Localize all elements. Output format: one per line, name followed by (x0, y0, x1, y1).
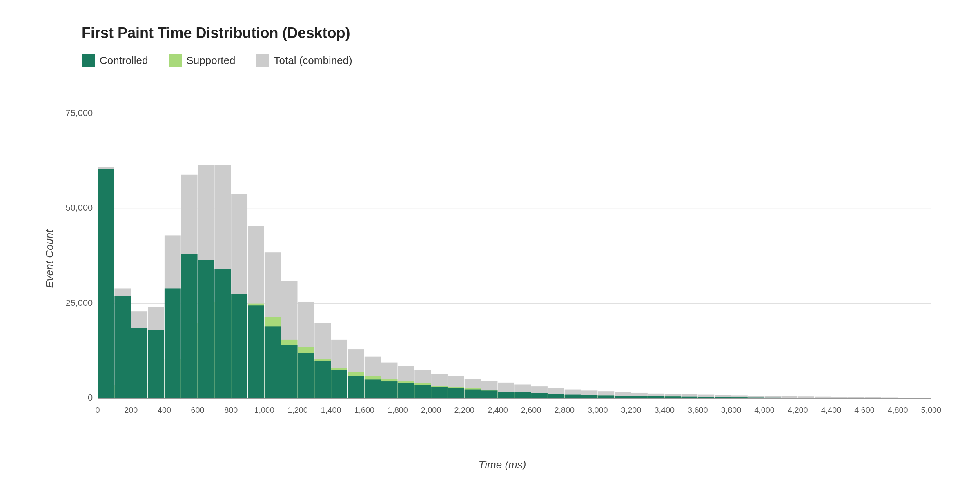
svg-rect-70 (431, 387, 448, 399)
svg-rect-40 (265, 326, 281, 399)
chart-legend: Controlled Supported Total (combined) (82, 54, 947, 67)
svg-text:800: 800 (224, 405, 238, 414)
svg-rect-49 (314, 361, 331, 399)
svg-text:4,000: 4,000 (754, 405, 775, 414)
svg-text:4,200: 4,200 (788, 405, 808, 414)
svg-text:2,200: 2,200 (454, 405, 474, 414)
svg-text:600: 600 (191, 405, 205, 414)
main-chart-svg: 025,00050,00075,00002004006008001,0001,2… (57, 83, 947, 434)
svg-rect-67 (414, 385, 431, 399)
legend-swatch-supported (169, 54, 182, 67)
legend-label-supported: Supported (187, 54, 236, 67)
svg-rect-91 (548, 394, 564, 399)
svg-text:1,000: 1,000 (254, 405, 275, 414)
svg-rect-16 (131, 328, 147, 399)
legend-label-total: Total (combined) (274, 54, 352, 67)
svg-rect-19 (148, 330, 164, 399)
svg-rect-61 (381, 381, 398, 399)
svg-text:400: 400 (158, 405, 171, 414)
svg-rect-109 (648, 396, 664, 399)
svg-text:3,000: 3,000 (588, 405, 608, 414)
svg-text:75,000: 75,000 (66, 108, 93, 118)
svg-rect-103 (615, 396, 631, 399)
svg-rect-94 (565, 395, 581, 399)
svg-text:2,400: 2,400 (488, 405, 508, 414)
svg-text:4,800: 4,800 (888, 405, 908, 414)
svg-rect-64 (398, 383, 414, 399)
svg-text:1,400: 1,400 (321, 405, 341, 414)
svg-rect-46 (298, 353, 314, 398)
svg-rect-10 (98, 169, 114, 399)
svg-text:5,000: 5,000 (921, 405, 942, 414)
svg-text:3,600: 3,600 (688, 405, 708, 414)
legend-item-controlled: Controlled (82, 54, 148, 67)
svg-rect-82 (498, 392, 514, 399)
svg-text:1,600: 1,600 (354, 405, 375, 414)
legend-item-supported: Supported (169, 54, 236, 67)
svg-text:3,200: 3,200 (621, 405, 641, 414)
chart-area: Event Count Time (ms) 025,00050,00075,00… (57, 83, 947, 434)
svg-text:2,000: 2,000 (421, 405, 441, 414)
svg-rect-88 (531, 393, 548, 399)
svg-rect-100 (598, 395, 614, 398)
legend-swatch-total (256, 54, 269, 67)
svg-text:4,600: 4,600 (854, 405, 875, 414)
legend-label-controlled: Controlled (100, 54, 148, 67)
svg-text:50,000: 50,000 (66, 203, 93, 213)
svg-rect-76 (465, 390, 481, 399)
svg-rect-34 (231, 294, 247, 398)
svg-rect-28 (198, 260, 214, 399)
svg-rect-85 (514, 392, 531, 399)
svg-text:2,600: 2,600 (521, 405, 541, 414)
legend-item-total: Total (combined) (256, 54, 352, 67)
svg-rect-55 (348, 376, 364, 399)
svg-rect-52 (331, 370, 347, 399)
svg-rect-97 (581, 395, 598, 399)
svg-rect-79 (481, 390, 498, 399)
svg-rect-43 (281, 345, 298, 399)
svg-rect-37 (248, 305, 264, 399)
svg-rect-73 (448, 388, 464, 399)
svg-text:200: 200 (124, 405, 138, 414)
x-axis-label: Time (ms) (479, 459, 526, 471)
svg-text:3,400: 3,400 (654, 405, 675, 414)
svg-text:1,800: 1,800 (388, 405, 408, 414)
svg-text:3,800: 3,800 (721, 405, 742, 414)
legend-swatch-controlled (82, 54, 95, 67)
svg-rect-58 (365, 379, 381, 398)
chart-container: First Paint Time Distribution (Desktop) … (0, 0, 980, 490)
svg-rect-106 (631, 396, 648, 399)
svg-rect-25 (181, 254, 198, 399)
svg-rect-13 (114, 296, 131, 399)
svg-rect-31 (214, 270, 231, 399)
svg-text:0: 0 (88, 392, 93, 403)
svg-text:25,000: 25,000 (66, 298, 93, 308)
svg-text:1,200: 1,200 (287, 405, 308, 414)
svg-text:4,400: 4,400 (821, 405, 842, 414)
chart-title: First Paint Time Distribution (Desktop) (82, 24, 947, 42)
svg-text:0: 0 (96, 405, 100, 414)
y-axis-label: Event Count (43, 229, 56, 288)
svg-text:2,800: 2,800 (554, 405, 575, 414)
svg-rect-22 (165, 288, 181, 398)
